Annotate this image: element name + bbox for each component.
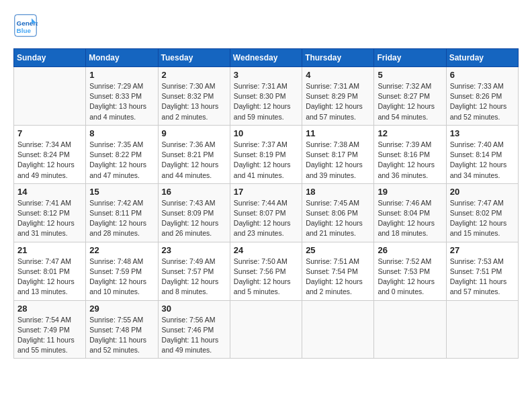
day-cell: 8Sunrise: 7:35 AM Sunset: 8:22 PM Daylig… [86,125,158,183]
day-info: Sunrise: 7:32 AM Sunset: 8:27 PM Dayligh… [378,81,442,122]
day-cell: 14Sunrise: 7:41 AM Sunset: 8:12 PM Dayli… [14,183,86,242]
header-friday: Friday [374,49,446,67]
day-info: Sunrise: 7:39 AM Sunset: 8:16 PM Dayligh… [378,140,442,181]
day-number: 7 [17,128,82,138]
day-number: 6 [450,70,515,80]
day-info: Sunrise: 7:51 AM Sunset: 7:54 PM Dayligh… [306,257,370,298]
header-monday: Monday [86,49,158,67]
day-cell: 26Sunrise: 7:52 AM Sunset: 7:53 PM Dayli… [374,242,446,300]
day-number: 19 [378,187,442,197]
week-row-3: 14Sunrise: 7:41 AM Sunset: 8:12 PM Dayli… [14,183,519,242]
day-info: Sunrise: 7:52 AM Sunset: 7:53 PM Dayligh… [378,257,442,298]
day-cell: 19Sunrise: 7:46 AM Sunset: 8:04 PM Dayli… [374,183,446,242]
day-info: Sunrise: 7:54 AM Sunset: 7:49 PM Dayligh… [17,315,82,356]
day-cell: 15Sunrise: 7:42 AM Sunset: 8:11 PM Dayli… [86,183,158,242]
day-number: 1 [89,70,154,80]
header-tuesday: Tuesday [158,49,230,67]
day-cell: 25Sunrise: 7:51 AM Sunset: 7:54 PM Dayli… [302,242,374,300]
day-info: Sunrise: 7:55 AM Sunset: 7:48 PM Dayligh… [89,315,154,356]
day-cell: 11Sunrise: 7:38 AM Sunset: 8:17 PM Dayli… [302,125,374,183]
day-info: Sunrise: 7:31 AM Sunset: 8:30 PM Dayligh… [234,81,298,122]
day-info: Sunrise: 7:41 AM Sunset: 8:12 PM Dayligh… [17,198,82,239]
day-info: Sunrise: 7:43 AM Sunset: 8:09 PM Dayligh… [162,198,226,239]
day-info: Sunrise: 7:53 AM Sunset: 7:51 PM Dayligh… [450,257,515,298]
day-cell: 10Sunrise: 7:37 AM Sunset: 8:19 PM Dayli… [230,125,302,183]
day-cell: 27Sunrise: 7:53 AM Sunset: 7:51 PM Dayli… [446,242,518,300]
day-cell: 3Sunrise: 7:31 AM Sunset: 8:30 PM Daylig… [230,67,302,126]
day-cell: 18Sunrise: 7:45 AM Sunset: 8:06 PM Dayli… [302,183,374,242]
day-number: 5 [378,70,442,80]
day-info: Sunrise: 7:42 AM Sunset: 8:11 PM Dayligh… [89,198,154,239]
day-number: 18 [306,187,370,197]
day-info: Sunrise: 7:34 AM Sunset: 8:24 PM Dayligh… [17,140,82,181]
day-cell [14,67,86,126]
day-number: 25 [306,245,370,255]
day-cell: 16Sunrise: 7:43 AM Sunset: 8:09 PM Dayli… [158,183,230,242]
day-cell: 17Sunrise: 7:44 AM Sunset: 8:07 PM Dayli… [230,183,302,242]
day-cell: 12Sunrise: 7:39 AM Sunset: 8:16 PM Dayli… [374,125,446,183]
day-info: Sunrise: 7:38 AM Sunset: 8:17 PM Dayligh… [306,140,370,181]
week-row-1: 1Sunrise: 7:29 AM Sunset: 8:33 PM Daylig… [14,67,519,126]
day-number: 17 [234,187,298,197]
day-info: Sunrise: 7:37 AM Sunset: 8:19 PM Dayligh… [234,140,298,181]
day-cell: 9Sunrise: 7:36 AM Sunset: 8:21 PM Daylig… [158,125,230,183]
day-number: 24 [234,245,298,255]
days-header-row: SundayMondayTuesdayWednesdayThursdayFrid… [14,49,519,67]
day-info: Sunrise: 7:50 AM Sunset: 7:56 PM Dayligh… [234,257,298,298]
day-cell: 6Sunrise: 7:33 AM Sunset: 8:26 PM Daylig… [446,67,518,126]
day-number: 3 [234,70,298,80]
day-cell: 28Sunrise: 7:54 AM Sunset: 7:49 PM Dayli… [14,300,86,359]
header-wednesday: Wednesday [230,49,302,67]
day-cell: 2Sunrise: 7:30 AM Sunset: 8:32 PM Daylig… [158,67,230,126]
day-cell [374,300,446,359]
day-info: Sunrise: 7:49 AM Sunset: 7:57 PM Dayligh… [162,257,226,298]
day-info: Sunrise: 7:30 AM Sunset: 8:32 PM Dayligh… [162,81,226,122]
day-info: Sunrise: 7:31 AM Sunset: 8:29 PM Dayligh… [306,81,370,122]
day-number: 29 [89,304,154,314]
day-number: 28 [17,304,82,314]
day-cell: 13Sunrise: 7:40 AM Sunset: 8:14 PM Dayli… [446,125,518,183]
day-number: 8 [89,128,154,138]
day-number: 15 [89,187,154,197]
calendar-table: SundayMondayTuesdayWednesdayThursdayFrid… [13,48,519,359]
day-info: Sunrise: 7:36 AM Sunset: 8:21 PM Dayligh… [162,140,226,181]
day-info: Sunrise: 7:29 AM Sunset: 8:33 PM Dayligh… [89,81,154,122]
svg-text:Blue: Blue [17,27,32,34]
day-info: Sunrise: 7:33 AM Sunset: 8:26 PM Dayligh… [450,81,515,122]
logo-icon: General Blue [13,13,38,38]
day-info: Sunrise: 7:45 AM Sunset: 8:06 PM Dayligh… [306,198,370,239]
day-number: 22 [89,245,154,255]
week-row-4: 21Sunrise: 7:47 AM Sunset: 8:01 PM Dayli… [14,242,519,300]
day-cell: 29Sunrise: 7:55 AM Sunset: 7:48 PM Dayli… [86,300,158,359]
day-cell [230,300,302,359]
day-info: Sunrise: 7:44 AM Sunset: 8:07 PM Dayligh… [234,198,298,239]
day-cell: 4Sunrise: 7:31 AM Sunset: 8:29 PM Daylig… [302,67,374,126]
day-number: 4 [306,70,370,80]
day-cell: 20Sunrise: 7:47 AM Sunset: 8:02 PM Dayli… [446,183,518,242]
day-number: 23 [162,245,226,255]
day-cell: 5Sunrise: 7:32 AM Sunset: 8:27 PM Daylig… [374,67,446,126]
day-number: 13 [450,128,515,138]
page-header: General Blue [13,13,519,38]
day-cell: 7Sunrise: 7:34 AM Sunset: 8:24 PM Daylig… [14,125,86,183]
header-thursday: Thursday [302,49,374,67]
day-number: 21 [17,245,82,255]
day-info: Sunrise: 7:46 AM Sunset: 8:04 PM Dayligh… [378,198,442,239]
week-row-5: 28Sunrise: 7:54 AM Sunset: 7:49 PM Dayli… [14,300,519,359]
day-cell: 21Sunrise: 7:47 AM Sunset: 8:01 PM Dayli… [14,242,86,300]
day-cell: 1Sunrise: 7:29 AM Sunset: 8:33 PM Daylig… [86,67,158,126]
day-number: 11 [306,128,370,138]
day-number: 20 [450,187,515,197]
day-number: 10 [234,128,298,138]
day-cell: 23Sunrise: 7:49 AM Sunset: 7:57 PM Dayli… [158,242,230,300]
day-info: Sunrise: 7:56 AM Sunset: 7:46 PM Dayligh… [162,315,226,356]
header-sunday: Sunday [14,49,86,67]
day-info: Sunrise: 7:48 AM Sunset: 7:59 PM Dayligh… [89,257,154,298]
day-number: 14 [17,187,82,197]
logo: General Blue [13,13,42,38]
day-number: 2 [162,70,226,80]
day-number: 16 [162,187,226,197]
week-row-2: 7Sunrise: 7:34 AM Sunset: 8:24 PM Daylig… [14,125,519,183]
day-info: Sunrise: 7:40 AM Sunset: 8:14 PM Dayligh… [450,140,515,181]
day-cell: 30Sunrise: 7:56 AM Sunset: 7:46 PM Dayli… [158,300,230,359]
